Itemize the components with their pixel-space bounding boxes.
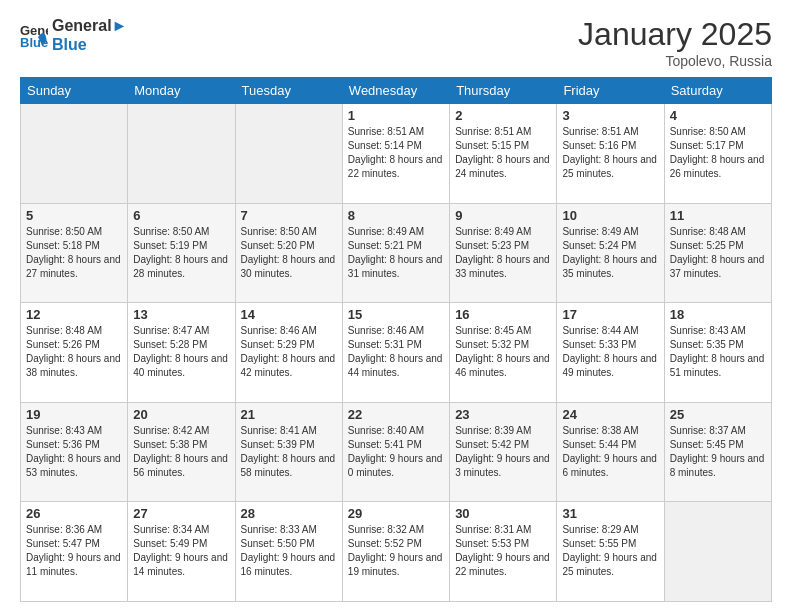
- weekday-header-wednesday: Wednesday: [342, 78, 449, 104]
- svg-text:Blue: Blue: [20, 35, 48, 49]
- calendar-cell: 11Sunrise: 8:48 AMSunset: 5:25 PMDayligh…: [664, 203, 771, 303]
- calendar-cell: 24Sunrise: 8:38 AMSunset: 5:44 PMDayligh…: [557, 402, 664, 502]
- day-info: Sunrise: 8:46 AMSunset: 5:29 PMDaylight:…: [241, 324, 337, 380]
- calendar-cell: 22Sunrise: 8:40 AMSunset: 5:41 PMDayligh…: [342, 402, 449, 502]
- day-number: 22: [348, 407, 444, 422]
- day-number: 16: [455, 307, 551, 322]
- day-number: 7: [241, 208, 337, 223]
- calendar-cell: 19Sunrise: 8:43 AMSunset: 5:36 PMDayligh…: [21, 402, 128, 502]
- day-number: 1: [348, 108, 444, 123]
- month-title: January 2025: [578, 16, 772, 53]
- day-info: Sunrise: 8:34 AMSunset: 5:49 PMDaylight:…: [133, 523, 229, 579]
- day-number: 29: [348, 506, 444, 521]
- weekday-header-friday: Friday: [557, 78, 664, 104]
- calendar-cell: 4Sunrise: 8:50 AMSunset: 5:17 PMDaylight…: [664, 104, 771, 204]
- day-number: 12: [26, 307, 122, 322]
- calendar-cell: 9Sunrise: 8:49 AMSunset: 5:23 PMDaylight…: [450, 203, 557, 303]
- day-number: 9: [455, 208, 551, 223]
- calendar-week-row: 26Sunrise: 8:36 AMSunset: 5:47 PMDayligh…: [21, 502, 772, 602]
- calendar-cell: 31Sunrise: 8:29 AMSunset: 5:55 PMDayligh…: [557, 502, 664, 602]
- day-info: Sunrise: 8:38 AMSunset: 5:44 PMDaylight:…: [562, 424, 658, 480]
- day-number: 13: [133, 307, 229, 322]
- title-area: January 2025 Topolevo, Russia: [578, 16, 772, 69]
- day-info: Sunrise: 8:50 AMSunset: 5:18 PMDaylight:…: [26, 225, 122, 281]
- calendar-cell: [128, 104, 235, 204]
- weekday-header-sunday: Sunday: [21, 78, 128, 104]
- day-number: 30: [455, 506, 551, 521]
- calendar-cell: 20Sunrise: 8:42 AMSunset: 5:38 PMDayligh…: [128, 402, 235, 502]
- header: General Blue General► Blue January 2025 …: [20, 16, 772, 69]
- calendar-cell: 18Sunrise: 8:43 AMSunset: 5:35 PMDayligh…: [664, 303, 771, 403]
- day-number: 17: [562, 307, 658, 322]
- calendar-cell: 14Sunrise: 8:46 AMSunset: 5:29 PMDayligh…: [235, 303, 342, 403]
- day-number: 18: [670, 307, 766, 322]
- calendar-cell: [21, 104, 128, 204]
- location: Topolevo, Russia: [578, 53, 772, 69]
- day-number: 5: [26, 208, 122, 223]
- logo: General Blue General► Blue: [20, 16, 127, 54]
- calendar-cell: 5Sunrise: 8:50 AMSunset: 5:18 PMDaylight…: [21, 203, 128, 303]
- day-number: 6: [133, 208, 229, 223]
- calendar-week-row: 5Sunrise: 8:50 AMSunset: 5:18 PMDaylight…: [21, 203, 772, 303]
- weekday-header-thursday: Thursday: [450, 78, 557, 104]
- day-info: Sunrise: 8:51 AMSunset: 5:15 PMDaylight:…: [455, 125, 551, 181]
- day-info: Sunrise: 8:36 AMSunset: 5:47 PMDaylight:…: [26, 523, 122, 579]
- day-info: Sunrise: 8:40 AMSunset: 5:41 PMDaylight:…: [348, 424, 444, 480]
- day-number: 8: [348, 208, 444, 223]
- day-number: 11: [670, 208, 766, 223]
- day-info: Sunrise: 8:48 AMSunset: 5:26 PMDaylight:…: [26, 324, 122, 380]
- day-number: 3: [562, 108, 658, 123]
- day-info: Sunrise: 8:51 AMSunset: 5:14 PMDaylight:…: [348, 125, 444, 181]
- day-info: Sunrise: 8:39 AMSunset: 5:42 PMDaylight:…: [455, 424, 551, 480]
- calendar-cell: [235, 104, 342, 204]
- calendar-week-row: 1Sunrise: 8:51 AMSunset: 5:14 PMDaylight…: [21, 104, 772, 204]
- day-info: Sunrise: 8:48 AMSunset: 5:25 PMDaylight:…: [670, 225, 766, 281]
- page: General Blue General► Blue January 2025 …: [0, 0, 792, 612]
- logo-icon: General Blue: [20, 21, 48, 49]
- calendar-cell: 17Sunrise: 8:44 AMSunset: 5:33 PMDayligh…: [557, 303, 664, 403]
- day-number: 26: [26, 506, 122, 521]
- day-info: Sunrise: 8:50 AMSunset: 5:17 PMDaylight:…: [670, 125, 766, 181]
- day-info: Sunrise: 8:43 AMSunset: 5:36 PMDaylight:…: [26, 424, 122, 480]
- calendar-cell: 23Sunrise: 8:39 AMSunset: 5:42 PMDayligh…: [450, 402, 557, 502]
- calendar-cell: 29Sunrise: 8:32 AMSunset: 5:52 PMDayligh…: [342, 502, 449, 602]
- day-number: 20: [133, 407, 229, 422]
- day-info: Sunrise: 8:29 AMSunset: 5:55 PMDaylight:…: [562, 523, 658, 579]
- day-info: Sunrise: 8:42 AMSunset: 5:38 PMDaylight:…: [133, 424, 229, 480]
- calendar-cell: 1Sunrise: 8:51 AMSunset: 5:14 PMDaylight…: [342, 104, 449, 204]
- weekday-header-tuesday: Tuesday: [235, 78, 342, 104]
- day-info: Sunrise: 8:49 AMSunset: 5:23 PMDaylight:…: [455, 225, 551, 281]
- weekday-header-saturday: Saturday: [664, 78, 771, 104]
- calendar-cell: 26Sunrise: 8:36 AMSunset: 5:47 PMDayligh…: [21, 502, 128, 602]
- logo-blue: Blue: [52, 35, 127, 54]
- day-info: Sunrise: 8:31 AMSunset: 5:53 PMDaylight:…: [455, 523, 551, 579]
- day-number: 23: [455, 407, 551, 422]
- calendar-cell: 3Sunrise: 8:51 AMSunset: 5:16 PMDaylight…: [557, 104, 664, 204]
- day-info: Sunrise: 8:49 AMSunset: 5:24 PMDaylight:…: [562, 225, 658, 281]
- day-number: 25: [670, 407, 766, 422]
- day-info: Sunrise: 8:47 AMSunset: 5:28 PMDaylight:…: [133, 324, 229, 380]
- day-number: 15: [348, 307, 444, 322]
- day-info: Sunrise: 8:46 AMSunset: 5:31 PMDaylight:…: [348, 324, 444, 380]
- weekday-header-monday: Monday: [128, 78, 235, 104]
- day-info: Sunrise: 8:43 AMSunset: 5:35 PMDaylight:…: [670, 324, 766, 380]
- day-info: Sunrise: 8:51 AMSunset: 5:16 PMDaylight:…: [562, 125, 658, 181]
- day-number: 21: [241, 407, 337, 422]
- calendar-cell: 27Sunrise: 8:34 AMSunset: 5:49 PMDayligh…: [128, 502, 235, 602]
- logo-general: General►: [52, 16, 127, 35]
- day-info: Sunrise: 8:49 AMSunset: 5:21 PMDaylight:…: [348, 225, 444, 281]
- day-info: Sunrise: 8:41 AMSunset: 5:39 PMDaylight:…: [241, 424, 337, 480]
- calendar-cell: 13Sunrise: 8:47 AMSunset: 5:28 PMDayligh…: [128, 303, 235, 403]
- calendar-cell: 12Sunrise: 8:48 AMSunset: 5:26 PMDayligh…: [21, 303, 128, 403]
- calendar-cell: [664, 502, 771, 602]
- calendar-cell: 30Sunrise: 8:31 AMSunset: 5:53 PMDayligh…: [450, 502, 557, 602]
- calendar-header-row: SundayMondayTuesdayWednesdayThursdayFrid…: [21, 78, 772, 104]
- calendar-cell: 21Sunrise: 8:41 AMSunset: 5:39 PMDayligh…: [235, 402, 342, 502]
- day-info: Sunrise: 8:33 AMSunset: 5:50 PMDaylight:…: [241, 523, 337, 579]
- calendar-cell: 25Sunrise: 8:37 AMSunset: 5:45 PMDayligh…: [664, 402, 771, 502]
- calendar-cell: 2Sunrise: 8:51 AMSunset: 5:15 PMDaylight…: [450, 104, 557, 204]
- calendar-cell: 7Sunrise: 8:50 AMSunset: 5:20 PMDaylight…: [235, 203, 342, 303]
- day-number: 24: [562, 407, 658, 422]
- day-info: Sunrise: 8:44 AMSunset: 5:33 PMDaylight:…: [562, 324, 658, 380]
- calendar-cell: 10Sunrise: 8:49 AMSunset: 5:24 PMDayligh…: [557, 203, 664, 303]
